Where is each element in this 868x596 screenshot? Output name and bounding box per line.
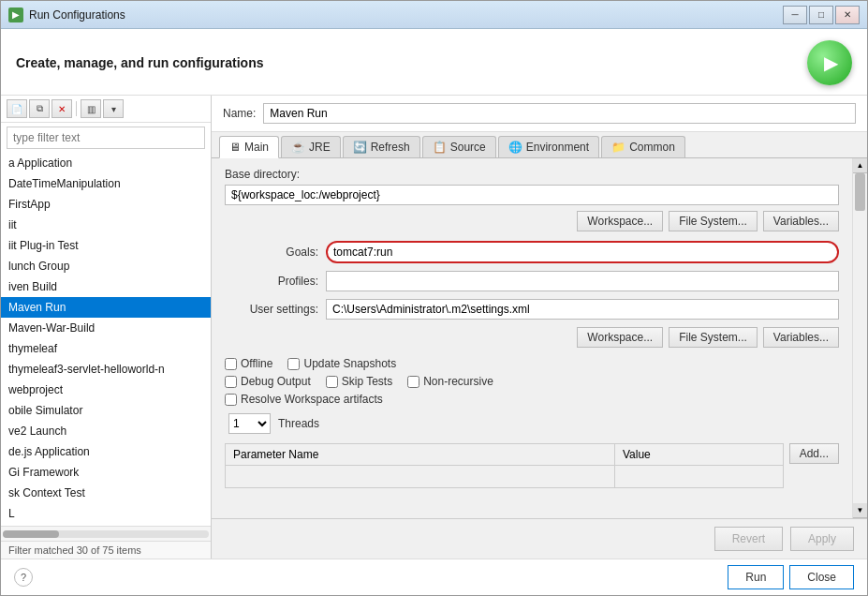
user-settings-input[interactable] (326, 299, 839, 320)
apply-button[interactable]: Apply (790, 527, 854, 551)
minimize-button[interactable]: ─ (783, 6, 807, 24)
jre-tab-label: JRE (309, 141, 331, 154)
run-button[interactable]: Run (728, 565, 784, 589)
base-dir-input[interactable] (225, 185, 839, 205)
list-item[interactable]: Gi Framework (1, 462, 211, 483)
environment-tab-icon: 🌐 (508, 141, 522, 154)
profiles-input[interactable] (326, 271, 839, 291)
variables-btn-2[interactable]: Variables... (763, 327, 839, 348)
list-items-wrap[interactable]: a Application DateTimeManipulation First… (1, 153, 211, 526)
filter-button[interactable]: ▾ (103, 99, 124, 118)
file-system-btn-1[interactable]: File System... (669, 211, 758, 231)
list-item[interactable]: de.js Application (1, 441, 211, 462)
resolve-workspace-checkbox-label[interactable]: Resolve Workspace artifacts (225, 393, 383, 406)
tab-refresh[interactable]: 🔄 Refresh (343, 136, 420, 157)
workspace-btn-1[interactable]: Workspace... (577, 211, 663, 231)
list-item[interactable]: thymeleaf3-servlet-helloworld-n (1, 359, 211, 380)
left-panel: 📄 ⧉ ✕ ▥ ▾ a Application DateTimeManipula… (1, 96, 212, 559)
duplicate-config-button[interactable]: ⧉ (29, 99, 50, 118)
name-input[interactable] (263, 103, 856, 124)
help-button[interactable]: ? (14, 568, 33, 587)
update-snapshots-checkbox[interactable] (287, 358, 300, 370)
common-tab-icon: 📁 (611, 141, 625, 154)
tab-main[interactable]: 🖥 Main (219, 136, 279, 158)
offline-checkbox[interactable] (225, 358, 237, 370)
window-title: Run Configurations (29, 8, 783, 22)
horizontal-scrollbar[interactable] (1, 526, 211, 541)
list-item[interactable]: iit Plug-in Test (1, 235, 211, 256)
maximize-button[interactable]: □ (809, 6, 833, 24)
toolbar: 📄 ⧉ ✕ ▥ ▾ (1, 96, 211, 123)
revert-button[interactable]: Revert (714, 527, 783, 551)
header-section: Create, manage, and run configurations (1, 29, 867, 96)
list-item[interactable]: FirstApp (1, 194, 211, 215)
profiles-row: Profiles: (225, 271, 839, 291)
non-recursive-checkbox[interactable] (407, 376, 419, 388)
hscroll-track (3, 530, 209, 538)
offline-checkbox-label[interactable]: Offline (225, 357, 272, 370)
toolbar-separator (76, 101, 77, 116)
list-item-maven-run[interactable]: Maven Run (1, 297, 211, 318)
param-name-cell (226, 466, 615, 488)
window-controls: ─ □ ✕ (783, 6, 860, 24)
list-item[interactable]: sk Context Test (1, 483, 211, 503)
tab-common[interactable]: 📁 Common (601, 136, 685, 157)
list-item[interactable]: iit (1, 215, 211, 235)
non-recursive-label: Non-recursive (423, 375, 493, 388)
delete-config-button[interactable]: ✕ (51, 99, 72, 118)
debug-output-checkbox[interactable] (225, 376, 237, 388)
main-tab-icon: 🖥 (229, 141, 241, 154)
tab-environment[interactable]: 🌐 Environment (498, 136, 599, 157)
file-system-btn-2[interactable]: File System... (669, 327, 758, 348)
debug-output-label: Debug Output (241, 375, 311, 388)
tab-jre[interactable]: ☕ JRE (281, 136, 341, 157)
list-item[interactable]: ve2 Launch (1, 421, 211, 441)
refresh-tab-label: Refresh (371, 141, 410, 154)
goals-input[interactable] (326, 241, 839, 263)
jre-tab-icon: ☕ (291, 141, 305, 154)
param-value-header: Value (614, 444, 783, 466)
tab-source[interactable]: 📋 Source (422, 136, 496, 157)
list-item[interactable]: a Application (1, 153, 211, 173)
list-item[interactable]: obile Simulator (1, 400, 211, 421)
workspace-btn-2[interactable]: Workspace... (577, 327, 663, 348)
debug-output-checkbox-label[interactable]: Debug Output (225, 375, 311, 388)
run-icon[interactable] (807, 40, 852, 85)
filter-input[interactable] (7, 127, 205, 149)
threads-select[interactable]: 1 2 4 (228, 413, 271, 434)
threads-label: Threads (278, 417, 319, 430)
resolve-workspace-checkbox[interactable] (225, 394, 237, 406)
scroll-down-arrow[interactable]: ▼ (853, 503, 867, 518)
close-window-button[interactable]: ✕ (835, 6, 860, 24)
close-button[interactable]: Close (789, 565, 854, 589)
param-name-header: Parameter Name (226, 444, 615, 466)
scroll-up-arrow[interactable]: ▲ (853, 158, 867, 173)
new-config-button[interactable]: 📄 (7, 99, 27, 118)
tabs-bar: 🖥 Main ☕ JRE 🔄 Refresh 📋 Source 🌐 (212, 132, 867, 158)
bottom-buttons: Revert Apply (212, 518, 867, 559)
vertical-scrollbar[interactable]: ▲ ▼ (852, 158, 867, 518)
list-item[interactable]: thymeleaf (1, 338, 211, 359)
list-item[interactable]: lunch Group (1, 256, 211, 276)
list-item[interactable]: DateTimeManipulation (1, 173, 211, 194)
update-snapshots-checkbox-label[interactable]: Update Snapshots (287, 357, 396, 370)
settings-btn-row: Workspace... File System... Variables... (225, 327, 839, 348)
add-param-button[interactable]: Add... (789, 443, 839, 464)
collapse-button[interactable]: ▥ (81, 99, 101, 118)
parameter-table: Parameter Name Value (225, 443, 784, 488)
list-scroll-area: a Application DateTimeManipulation First… (1, 153, 211, 526)
list-item[interactable]: Maven-War-Build (1, 318, 211, 338)
variables-btn-1[interactable]: Variables... (763, 211, 839, 231)
skip-tests-checkbox[interactable] (326, 376, 338, 388)
hscroll-thumb (3, 530, 59, 538)
skip-tests-checkbox-label[interactable]: Skip Tests (326, 375, 392, 388)
list-item[interactable]: L (1, 503, 211, 524)
config-scroll-area: Base directory: Workspace... File System… (212, 158, 867, 518)
non-recursive-checkbox-label[interactable]: Non-recursive (407, 375, 493, 388)
filter-status: Filter matched 30 of 75 items (1, 541, 211, 559)
list-item[interactable]: iven Build (1, 276, 211, 297)
footer-bar: ? Run Close (1, 559, 867, 595)
list-item[interactable]: webproject (1, 380, 211, 400)
update-snapshots-label: Update Snapshots (303, 357, 396, 370)
window-icon: ▶ (8, 7, 23, 22)
